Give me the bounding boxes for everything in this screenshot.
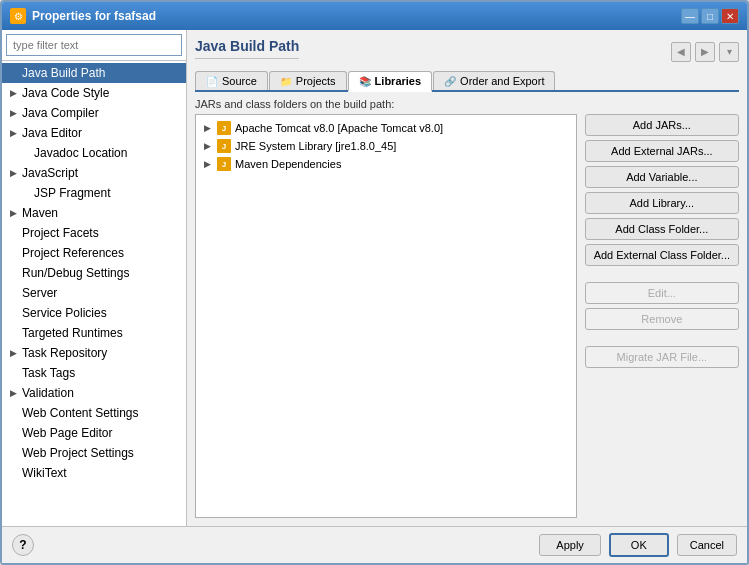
tab-libraries[interactable]: 📚Libraries (348, 71, 432, 92)
add-variable-button[interactable]: Add Variable... (585, 166, 739, 188)
dialog-body: Java Build Path▶Java Code Style▶Java Com… (2, 30, 747, 526)
sidebar-item-java-build-path[interactable]: Java Build Path (2, 63, 186, 83)
sidebar-item-wikitext[interactable]: WikiText (2, 463, 186, 483)
sidebar-item-label-wikitext: WikiText (22, 466, 67, 480)
sidebar-item-java-editor[interactable]: ▶Java Editor (2, 123, 186, 143)
sidebar-item-label-web-page-editor: Web Page Editor (22, 426, 113, 440)
title-bar-left: ⚙ Properties for fsafsad (10, 8, 156, 24)
sidebar-item-server[interactable]: Server (2, 283, 186, 303)
filter-box (2, 30, 186, 61)
nav-dropdown-button[interactable]: ▾ (719, 42, 739, 62)
buttons-panel: Add JARs... Add External JARs... Add Var… (585, 114, 739, 518)
minimize-button[interactable]: — (681, 8, 699, 24)
apply-button[interactable]: Apply (539, 534, 601, 556)
lib-arrow-apache-tomcat: ▶ (204, 123, 211, 133)
properties-dialog: ⚙ Properties for fsafsad — □ ✕ Java Buil… (0, 0, 749, 565)
main-content: Java Build Path ◀ ▶ ▾ 📄Source📁Projects📚L… (187, 30, 747, 526)
sidebar-item-label-task-tags: Task Tags (22, 366, 75, 380)
cancel-button[interactable]: Cancel (677, 534, 737, 556)
sidebar-item-project-references[interactable]: Project References (2, 243, 186, 263)
sidebar-item-label-targeted-runtimes: Targeted Runtimes (22, 326, 123, 340)
sidebar-item-label-javascript: JavaScript (22, 166, 78, 180)
sidebar-item-web-content-settings[interactable]: Web Content Settings (2, 403, 186, 423)
sidebar-item-targeted-runtimes[interactable]: Targeted Runtimes (2, 323, 186, 343)
filter-input[interactable] (6, 34, 182, 56)
sidebar-item-java-code-style[interactable]: ▶Java Code Style (2, 83, 186, 103)
add-library-button[interactable]: Add Library... (585, 192, 739, 214)
sidebar-item-label-project-references: Project References (22, 246, 124, 260)
sidebar-item-label-java-code-style: Java Code Style (22, 86, 109, 100)
add-external-class-folder-button[interactable]: Add External Class Folder... (585, 244, 739, 266)
nav-forward-button[interactable]: ▶ (695, 42, 715, 62)
sidebar-item-java-compiler[interactable]: ▶Java Compiler (2, 103, 186, 123)
sidebar-item-label-server: Server (22, 286, 57, 300)
libraries-panel: ▶JApache Tomcat v8.0 [Apache Tomcat v8.0… (195, 114, 577, 518)
sidebar-item-label-task-repository: Task Repository (22, 346, 107, 360)
order-export-tab-icon: 🔗 (444, 76, 456, 87)
sidebar-item-run-debug-settings[interactable]: Run/Debug Settings (2, 263, 186, 283)
lib-arrow-maven-deps: ▶ (204, 159, 211, 169)
tab-source[interactable]: 📄Source (195, 71, 268, 90)
remove-button[interactable]: Remove (585, 308, 739, 330)
dialog-footer: ? Apply OK Cancel (2, 526, 747, 563)
tabs-row: 📄Source📁Projects📚Libraries🔗Order and Exp… (195, 71, 739, 92)
sidebar-item-project-facets[interactable]: Project Facets (2, 223, 186, 243)
maximize-button[interactable]: □ (701, 8, 719, 24)
tab-label-source: Source (222, 75, 257, 87)
section-title: Java Build Path (195, 38, 299, 59)
nav-bar: ◀ ▶ ▾ (671, 42, 739, 62)
sidebar-item-label-service-policies: Service Policies (22, 306, 107, 320)
sidebar-item-jsp-fragment[interactable]: JSP Fragment (2, 183, 186, 203)
sidebar-item-service-policies[interactable]: Service Policies (2, 303, 186, 323)
title-controls: — □ ✕ (681, 8, 739, 24)
sidebar-item-javadoc-location[interactable]: Javadoc Location (2, 143, 186, 163)
sidebar-item-web-page-editor[interactable]: Web Page Editor (2, 423, 186, 443)
source-tab-icon: 📄 (206, 76, 218, 87)
sidebar-item-label-validation: Validation (22, 386, 74, 400)
add-jars-button[interactable]: Add JARs... (585, 114, 739, 136)
migrate-jar-button[interactable]: Migrate JAR File... (585, 346, 739, 368)
sidebar-item-label-java-editor: Java Editor (22, 126, 82, 140)
add-external-jars-button[interactable]: Add External JARs... (585, 140, 739, 162)
sidebar-item-javascript[interactable]: ▶JavaScript (2, 163, 186, 183)
tab-label-order-export: Order and Export (460, 75, 544, 87)
dialog-icon: ⚙ (10, 8, 26, 24)
tab-order-export[interactable]: 🔗Order and Export (433, 71, 555, 90)
edit-button[interactable]: Edit... (585, 282, 739, 304)
lib-arrow-jre-system: ▶ (204, 141, 211, 151)
lib-icon-maven-deps: J (217, 157, 231, 171)
ok-button[interactable]: OK (609, 533, 669, 557)
panel-label: JARs and class folders on the build path… (195, 98, 739, 110)
sidebar-item-label-project-facets: Project Facets (22, 226, 99, 240)
libraries-tab-icon: 📚 (359, 76, 371, 87)
close-button[interactable]: ✕ (721, 8, 739, 24)
lib-icon-jre-system: J (217, 139, 231, 153)
lib-icon-apache-tomcat: J (217, 121, 231, 135)
spacer1 (585, 270, 739, 278)
sidebar-tree: Java Build Path▶Java Code Style▶Java Com… (2, 61, 186, 526)
sidebar-item-web-project-settings[interactable]: Web Project Settings (2, 443, 186, 463)
tab-projects[interactable]: 📁Projects (269, 71, 347, 90)
projects-tab-icon: 📁 (280, 76, 292, 87)
footer-left: ? (12, 534, 531, 556)
sidebar-item-label-javadoc-location: Javadoc Location (34, 146, 127, 160)
sidebar-item-validation[interactable]: ▶Validation (2, 383, 186, 403)
spacer2 (585, 334, 739, 342)
sidebar-item-maven[interactable]: ▶Maven (2, 203, 186, 223)
sidebar-item-label-web-content-settings: Web Content Settings (22, 406, 139, 420)
help-button[interactable]: ? (12, 534, 34, 556)
sidebar-item-label-web-project-settings: Web Project Settings (22, 446, 134, 460)
content-area: ▶JApache Tomcat v8.0 [Apache Tomcat v8.0… (195, 114, 739, 518)
title-bar: ⚙ Properties for fsafsad — □ ✕ (2, 2, 747, 30)
lib-item-jre-system[interactable]: ▶JJRE System Library [jre1.8.0_45] (200, 137, 572, 155)
add-class-folder-button[interactable]: Add Class Folder... (585, 218, 739, 240)
lib-item-apache-tomcat[interactable]: ▶JApache Tomcat v8.0 [Apache Tomcat v8.0… (200, 119, 572, 137)
sidebar-item-label-java-compiler: Java Compiler (22, 106, 99, 120)
sidebar-item-label-run-debug-settings: Run/Debug Settings (22, 266, 129, 280)
nav-back-button[interactable]: ◀ (671, 42, 691, 62)
tab-label-projects: Projects (296, 75, 336, 87)
sidebar: Java Build Path▶Java Code Style▶Java Com… (2, 30, 187, 526)
sidebar-item-task-repository[interactable]: ▶Task Repository (2, 343, 186, 363)
lib-item-maven-deps[interactable]: ▶JMaven Dependencies (200, 155, 572, 173)
sidebar-item-task-tags[interactable]: Task Tags (2, 363, 186, 383)
